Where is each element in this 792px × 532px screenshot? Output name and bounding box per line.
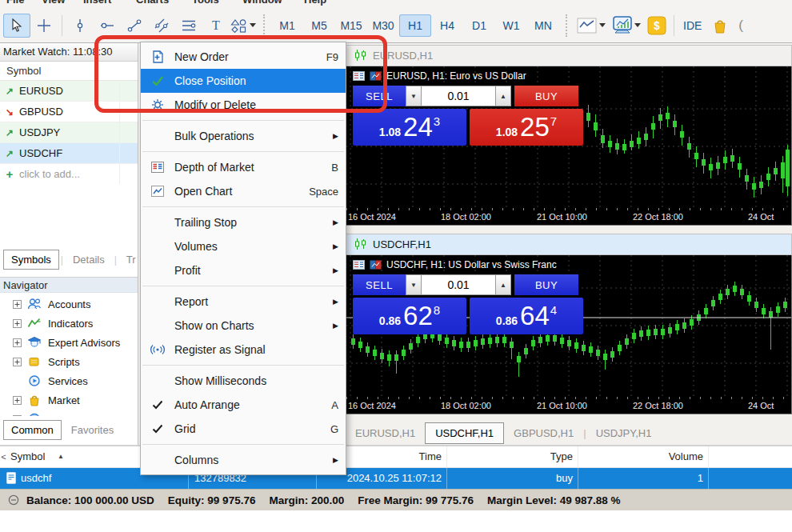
menu-item-new-order[interactable]: New OrderF9: [141, 45, 346, 69]
collapse-icon[interactable]: [8, 494, 19, 506]
submenu-arrow-icon: ▶: [333, 242, 338, 250]
volume-input[interactable]: 0.01: [422, 274, 495, 295]
expand-plus-icon[interactable]: [13, 300, 22, 309]
volume-input[interactable]: 0.01: [422, 86, 495, 106]
bid-price-box[interactable]: 1.08243: [353, 109, 466, 146]
horizontal-line-tool-button[interactable]: [94, 14, 121, 38]
expand-plus-icon[interactable]: [13, 319, 22, 328]
depth-of-market-mini-icon[interactable]: [353, 260, 365, 270]
expand-plus-icon[interactable]: [13, 358, 22, 366]
trendline-tool-button[interactable]: [121, 14, 148, 38]
chart-tab-usdjpy-h1[interactable]: USDJPY,H1: [586, 423, 662, 443]
timeframe-d1-button[interactable]: D1: [463, 14, 495, 37]
expand-plus-icon[interactable]: [13, 396, 22, 405]
ide-button[interactable]: IDE: [678, 19, 706, 32]
cursor-tool-button[interactable]: [3, 14, 30, 38]
trade-row[interactable]: usdchf1327898322024.10.25 11:07:12buy1: [0, 468, 792, 489]
tab-symbols[interactable]: Symbols: [3, 250, 59, 270]
scroll-left-button[interactable]: <: [0, 446, 7, 467]
timeframe-m30-button[interactable]: M30: [367, 14, 399, 37]
menubar-item-help[interactable]: Help: [304, 0, 326, 6]
market-watch-symbol-column-header[interactable]: Symbol: [0, 62, 138, 81]
menu-item-show-milliseconds[interactable]: Show Milliseconds: [141, 369, 346, 393]
tab-details[interactable]: Details: [65, 250, 113, 270]
navigator-item-indicators[interactable]: Indicators: [0, 314, 138, 333]
menu-item-show-on-charts[interactable]: Show on Charts▶: [141, 314, 346, 338]
menubar-item-view[interactable]: View: [42, 0, 65, 6]
volume-decrease-button[interactable]: ▼: [406, 86, 422, 106]
vertical-line-tool-button[interactable]: [66, 14, 94, 38]
chart-tab-usdchf-h1[interactable]: USDCHF,H1: [425, 422, 504, 444]
navigator-item-market[interactable]: Market: [0, 390, 138, 410]
timeframe-m15-button[interactable]: M15: [335, 14, 367, 37]
menu-item-register-as-signal[interactable]: Register as Signal: [141, 338, 346, 362]
oneclick-mini-icon[interactable]: [370, 71, 382, 81]
buy-button[interactable]: BUY: [514, 274, 578, 295]
market-watch-row[interactable]: ↘GBPUSD: [0, 102, 138, 122]
market-watch-row[interactable]: ↗USDCHF: [0, 143, 138, 164]
menu-item-profit[interactable]: Profit▶: [141, 258, 346, 282]
navigator-item-services[interactable]: Services: [0, 371, 138, 390]
quotes-dollar-button[interactable]: $: [644, 14, 670, 38]
volume-increase-button[interactable]: ▲: [495, 86, 511, 106]
menu-item-auto-arrange[interactable]: Auto ArrangeA: [141, 393, 346, 417]
navigator-item-expert-advisors[interactable]: Expert Advisors: [0, 333, 138, 352]
price-chart[interactable]: USDCHF, H1: US Dollar vs Swiss FrancSELL…: [346, 255, 792, 414]
tab-favorites[interactable]: Favorites: [63, 420, 122, 440]
navigator-item-accounts[interactable]: Accounts: [0, 294, 138, 314]
buy-button[interactable]: BUY: [514, 86, 578, 106]
price-chart[interactable]: EURUSD, H1: Euro vs US DollarSELL▼0.01▲B…: [346, 66, 792, 226]
chart-window-titlebar[interactable]: EURUSD,H1: [346, 45, 792, 66]
timeframe-mn-button[interactable]: MN: [527, 14, 559, 37]
ask-price-box[interactable]: 0.86644: [470, 298, 583, 334]
column-header-symbol[interactable]: Symbol: [10, 450, 45, 462]
menu-item-open-chart[interactable]: Open ChartSpace: [141, 179, 346, 203]
column-header-volume[interactable]: Volume: [543, 450, 703, 462]
chart-window-titlebar[interactable]: USDCHF,H1: [346, 234, 792, 255]
menu-item-close-position[interactable]: Close Position: [141, 69, 346, 93]
expand-plus-icon[interactable]: [13, 338, 22, 347]
bid-price-box[interactable]: 0.86628: [353, 298, 466, 334]
menubar-item-window[interactable]: Window: [242, 0, 282, 6]
text-label-tool-button[interactable]: T: [202, 14, 230, 38]
shapes-tool-button[interactable]: [230, 14, 257, 38]
tab-common[interactable]: Common: [3, 420, 62, 440]
fibonacci-lines-tool-button[interactable]: [175, 14, 202, 38]
timeframe-m1-button[interactable]: M1: [271, 14, 303, 37]
chart-type-button[interactable]: [574, 14, 609, 38]
timeframe-h4-button[interactable]: H4: [431, 14, 463, 37]
menubar-item-charts[interactable]: Charts: [136, 0, 169, 6]
navigator-item-scripts[interactable]: Scripts: [0, 352, 138, 371]
sell-button[interactable]: SELL: [353, 274, 406, 295]
menu-item-depth-of-market[interactable]: Depth of MarketB: [141, 155, 346, 179]
menu-bar[interactable]: FileViewInsertChartsToolsWindowHelp: [0, 0, 792, 8]
menu-item-bulk-operations[interactable]: Bulk Operations▶: [141, 124, 346, 148]
menu-item-trailing-stop[interactable]: Trailing Stop▶: [141, 210, 346, 234]
menubar-item-file[interactable]: File: [6, 0, 24, 6]
market-watch-row[interactable]: ↗EURUSD: [0, 81, 138, 102]
market-store-button[interactable]: [706, 14, 734, 38]
sell-button[interactable]: SELL: [353, 86, 406, 106]
click-to-add-row[interactable]: +click to add...: [0, 164, 138, 184]
oneclick-mini-icon[interactable]: [370, 260, 382, 270]
menubar-item-insert[interactable]: Insert: [83, 0, 111, 6]
timeframe-w1-button[interactable]: W1: [495, 14, 527, 37]
ask-price-box[interactable]: 1.08257: [470, 109, 583, 146]
market-watch-row[interactable]: ↗USDJPY: [0, 122, 138, 143]
crosshair-tool-button[interactable]: [30, 14, 58, 38]
chart-tab-gbpusd-h1[interactable]: GBPUSD,H1: [504, 423, 583, 443]
menu-item-report[interactable]: Report▶: [141, 290, 346, 314]
menubar-item-tools[interactable]: Tools: [192, 0, 219, 6]
timeframe-m5-button[interactable]: M5: [303, 14, 335, 37]
menu-item-modify-or-delete[interactable]: Modify or Delete: [141, 93, 346, 117]
indicators-dialog-button[interactable]: [609, 14, 644, 38]
menu-item-columns[interactable]: Columns▶: [141, 448, 346, 472]
equidistant-channel-tool-button[interactable]: [148, 14, 175, 38]
volume-decrease-button[interactable]: ▼: [406, 274, 422, 295]
volume-increase-button[interactable]: ▲: [495, 274, 511, 295]
menu-item-grid[interactable]: GridG: [141, 417, 346, 441]
menu-item-volumes[interactable]: Volumes▶: [141, 234, 346, 258]
depth-of-market-mini-icon[interactable]: [353, 71, 365, 81]
timeframe-h1-button[interactable]: H1: [399, 14, 431, 37]
chart-tab-eurusd-h1[interactable]: EURUSD,H1: [346, 423, 425, 443]
